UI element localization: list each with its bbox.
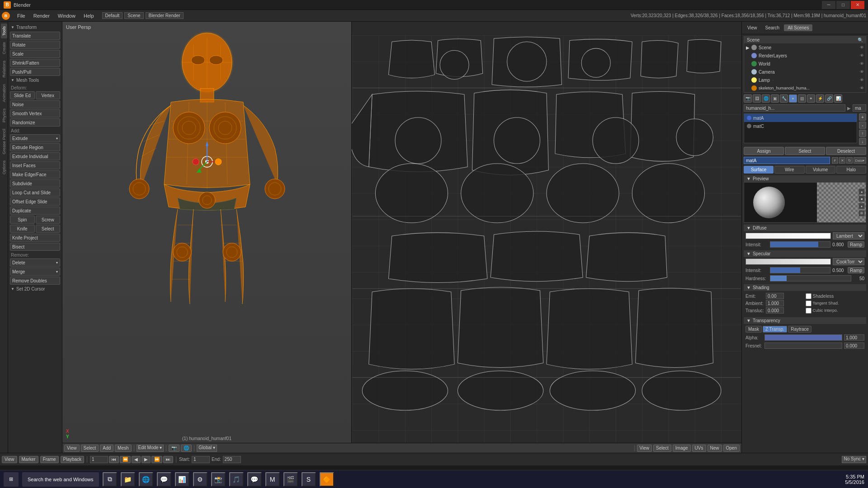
extrude-dropdown[interactable]: Extrude [10,134,60,142]
taskbar-app-music[interactable]: 🎵 [229,472,244,487]
tab-volume[interactable]: Volume [806,166,835,174]
specular-shader-select[interactable]: CookTorr [833,258,864,265]
alpha-input[interactable] [844,334,864,341]
start-frame-input[interactable] [192,456,210,463]
btn-shrink-fatten[interactable]: Shrink/Fatten [10,59,60,67]
taskbar-app-chrome[interactable]: 🌐 [139,472,153,487]
tab-tools[interactable]: Tools [1,23,7,38]
icon-btn-render[interactable]: 🖼 [753,94,761,103]
btn-noise[interactable]: Noise [10,100,60,108]
btn-push-pull[interactable]: Push/Pull [10,68,60,76]
preview-btn-sphere[interactable]: ● [859,188,865,195]
3d-icon-globe[interactable]: 🌐 [181,445,192,452]
icon-btn-particles[interactable]: ✦ [807,94,815,103]
taskbar-app-explorer[interactable]: 📁 [121,472,135,487]
tab-surface[interactable]: Surface [744,166,774,174]
mesh-tools-header[interactable]: ▼ Mesh Tools [9,76,61,84]
diffuse-ramp-btn[interactable]: Ramp [848,241,864,248]
uv-viewport[interactable] [352,22,741,443]
icon-btn-camera[interactable]: 📷 [744,94,752,103]
taskbar-app-excel[interactable]: 📊 [175,472,189,487]
tab-physics[interactable]: Physics [1,106,7,125]
icon-btn-data[interactable]: 📊 [834,94,842,103]
mat-refresh-btn[interactable]: ↻ [846,157,853,164]
transform-header[interactable]: ▼ Transform [9,23,61,31]
mat-deselect-btn[interactable]: Deselect [826,147,866,155]
tab-options[interactable]: Options [1,158,7,177]
btn-knife[interactable]: Knife [10,225,35,233]
close-button[interactable]: ✕ [851,1,864,9]
menu-help[interactable]: Help [80,12,98,19]
preview-btn-world[interactable]: ⊞ [859,210,865,216]
tab-relations[interactable]: Relations [1,58,7,80]
menu-file[interactable]: File [14,12,29,19]
btn-rotate[interactable]: Rotate [10,41,60,49]
taskbar-app-s[interactable]: S [302,472,316,487]
outliner-item-skeleton[interactable]: skeleton_humanoid_huma... 👁 [744,84,866,92]
minimize-button[interactable]: ─ [822,1,835,9]
3d-mode-selector[interactable]: Edit Mode ▾ [137,445,164,452]
outliner-item-world[interactable]: World 👁 [744,60,866,68]
sync-selector[interactable]: No Sync ▾ [842,456,866,463]
btn-translate[interactable]: Translate [10,32,60,40]
fresnel-slider[interactable] [764,343,842,349]
3d-global-selector[interactable]: Global ▾ [197,445,217,452]
right-tab-allscenes[interactable]: All Scenes [784,24,812,31]
preview-header[interactable]: ▼ Preview [744,175,866,182]
btn-slide-edge[interactable]: Slide Ed [10,91,35,99]
mat-select-btn[interactable]: Select [785,147,825,155]
btn-scale[interactable]: Scale [10,50,60,58]
timeline-marker-btn[interactable]: Marker [19,456,38,463]
diffuse-color-bar[interactable] [745,233,831,239]
tab-animation[interactable]: Animation [1,81,7,105]
taskbar-app-blender[interactable]: 🔶 [320,472,334,487]
btn-subdivide[interactable]: Subdivide [10,179,60,188]
btn-make-edge-face[interactable]: Make Edge/Face [10,170,60,178]
btn-bisect[interactable]: Bisect [10,243,60,251]
btn-loop-cut-slide[interactable]: Loop Cut and Slide [10,188,60,197]
btn-knife-project[interactable]: Knife Project [10,234,60,242]
menu-render[interactable]: Render [30,12,53,19]
outliner-filter[interactable]: 🔍 [858,38,863,42]
btn-inset-faces[interactable]: Inset Faces [10,161,60,169]
transp-z-btn[interactable]: Z Transp. [763,326,787,333]
transp-mask-btn[interactable]: Mask [745,326,762,333]
renderer-selector[interactable]: Blender Render [146,12,184,19]
outliner-item-lamp[interactable]: Lamp · 👁 [744,76,866,84]
icon-btn-modifiers[interactable]: 🔧 [780,94,788,103]
tab-wire[interactable]: Wire [774,166,804,174]
scene-selector[interactable]: Scene [124,12,143,19]
icon-btn-constraints[interactable]: 🔗 [825,94,833,103]
delete-dropdown[interactable]: Delete [10,258,60,267]
icon-btn-world[interactable]: 🌐 [762,94,770,103]
maximize-button[interactable]: □ [836,1,850,9]
3d-icon-camera[interactable]: 📷 [169,445,179,452]
prev-frame-btn[interactable]: ⏪ [120,456,131,463]
current-frame-input[interactable] [90,456,108,463]
play-btn[interactable]: ▶ [142,456,151,463]
mat-remove-btn[interactable]: - [859,122,866,129]
3d-add-btn[interactable]: Add [100,445,113,452]
mat-up-btn[interactable]: ↑ [859,130,866,137]
tangent-checkbox[interactable] [806,300,811,306]
btn-extrude-individual[interactable]: Extrude Individual [10,152,60,160]
hardness-slider[interactable] [770,275,851,282]
goto-end-btn[interactable]: ⏭ [163,456,173,463]
taskbar-app-settings[interactable]: ⚙ [193,472,208,487]
goto-start-btn[interactable]: ⏮ [109,456,119,463]
mat-x-btn[interactable]: ✕ [839,157,845,164]
outliner-item-renderlayers[interactable]: RenderLayers 👁 [744,52,866,60]
btn-vertex[interactable]: Vertex [36,91,61,99]
merge-dropdown[interactable]: Merge [10,267,60,276]
fresnel-input[interactable] [844,343,864,349]
shading-header[interactable]: ▼ Shading [744,284,866,291]
ambient-input[interactable] [766,300,784,306]
timeline-view-btn[interactable]: View [2,456,17,463]
diffuse-shader-select[interactable]: Lambert [833,232,864,239]
mat-down-btn[interactable]: ↓ [859,138,866,145]
mat-item-c[interactable]: matC [744,122,857,130]
icon-btn-texture[interactable]: ▨ [798,94,806,103]
mat-name-input[interactable] [744,157,830,164]
taskbar-app-m[interactable]: M [265,472,280,487]
end-frame-input[interactable] [223,456,241,463]
